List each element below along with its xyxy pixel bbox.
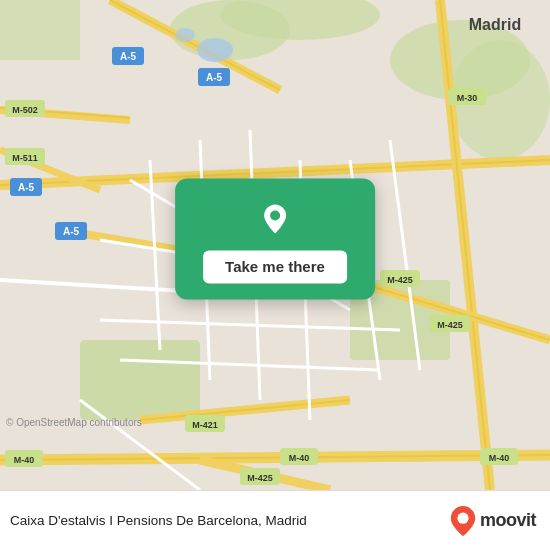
svg-rect-5 xyxy=(0,0,80,60)
svg-text:A-5: A-5 xyxy=(120,51,137,62)
svg-point-66 xyxy=(197,38,233,62)
location-info: Caixa D'estalvis I Pensions De Barcelona… xyxy=(10,513,307,528)
map-container: A-5 A-5 A-5 A-5 M-502 M-511 M-30 M-425 M… xyxy=(0,0,550,490)
bottom-bar: Caixa D'estalvis I Pensions De Barcelona… xyxy=(0,490,550,550)
location-pin-icon xyxy=(253,196,297,240)
svg-text:M-425: M-425 xyxy=(387,275,413,285)
take-me-there-button[interactable]: Take me there xyxy=(203,250,347,283)
svg-text:M-425: M-425 xyxy=(247,473,273,483)
svg-text:M-30: M-30 xyxy=(457,93,478,103)
svg-text:M-40: M-40 xyxy=(489,453,510,463)
svg-point-69 xyxy=(270,210,280,220)
svg-text:M-502: M-502 xyxy=(12,105,38,115)
moovit-logo: moovit xyxy=(450,506,536,536)
svg-text:M-421: M-421 xyxy=(192,420,218,430)
svg-text:A-5: A-5 xyxy=(63,226,80,237)
svg-point-67 xyxy=(175,28,195,42)
svg-text:A-5: A-5 xyxy=(206,72,223,83)
moovit-text: moovit xyxy=(480,510,536,531)
svg-text:M-40: M-40 xyxy=(14,455,35,465)
svg-point-70 xyxy=(457,512,468,523)
osm-attribution: © OpenStreetMap contributors xyxy=(6,417,142,428)
svg-text:Madrid: Madrid xyxy=(469,16,521,33)
svg-text:M-511: M-511 xyxy=(12,153,38,163)
svg-text:M-40: M-40 xyxy=(289,453,310,463)
svg-rect-3 xyxy=(80,340,200,420)
location-name: Caixa D'estalvis I Pensions De Barcelona… xyxy=(10,513,307,528)
svg-text:A-5: A-5 xyxy=(18,182,35,193)
take-me-there-card: Take me there xyxy=(175,178,375,299)
moovit-pin-icon xyxy=(450,506,476,536)
svg-text:M-425: M-425 xyxy=(437,320,463,330)
